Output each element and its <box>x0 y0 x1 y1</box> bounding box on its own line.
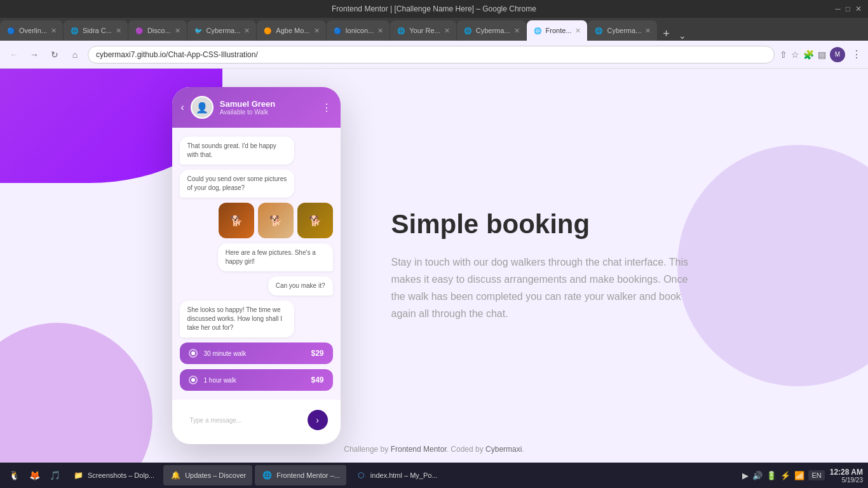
new-tab-button[interactable]: + <box>658 27 675 41</box>
minimize-icon[interactable]: ─ <box>835 4 841 13</box>
tab-close-cyberma2[interactable]: ✕ <box>514 27 520 35</box>
play-icon[interactable]: ▶ <box>742 471 749 480</box>
message-received-3: She looks so happy! The time we discusse… <box>180 301 295 337</box>
tab-label-ionicon: Ionicon... <box>346 27 374 34</box>
taskbar-frontend-label: Frontend Mentor –... <box>276 471 340 479</box>
phone-header: ‹ 👤 Samuel Green Available to Walk ⋮ <box>172 87 341 128</box>
dog-emoji-2: 🐕 <box>269 215 282 227</box>
bluetooth-icon[interactable]: ⚡ <box>780 471 790 480</box>
walk-radio-dot-1hr <box>191 378 195 382</box>
forward-button[interactable]: → <box>27 47 42 62</box>
options-icon[interactable]: ⋮ <box>322 102 332 114</box>
user-status: Available to Walk <box>220 109 315 116</box>
tab-close-cyberma1[interactable]: ✕ <box>244 27 250 35</box>
phone-mockup: ‹ 👤 Samuel Green Available to Walk ⋮ Tha… <box>172 87 341 444</box>
extensions-icon[interactable]: 🧩 <box>803 50 814 60</box>
tab-ionicon[interactable]: 🔵 Ionicon... ✕ <box>327 20 390 41</box>
message-received-1: That sounds great. I'd be happy with tha… <box>180 137 295 165</box>
tab-more-button[interactable]: ⌄ <box>675 30 690 41</box>
message-placeholder[interactable]: Type a message... <box>190 417 302 424</box>
tab-favicon-agbe: 🟠 <box>263 26 272 35</box>
maximize-icon[interactable]: □ <box>846 4 850 13</box>
speaker-icon[interactable]: 🔊 <box>752 471 763 480</box>
walk-option-30min[interactable]: 30 minute walk $29 <box>180 342 333 364</box>
tab-close-ionicon[interactable]: ✕ <box>377 27 383 35</box>
tab-cyberma3[interactable]: 🌐 Cyberma... ✕ <box>588 20 657 41</box>
taskbar-start-icon[interactable]: 🐧 <box>5 466 23 484</box>
tab-label-yourre: Your Re... <box>409 27 440 34</box>
sidebar-icon[interactable]: ▤ <box>818 50 826 60</box>
tab-agbe[interactable]: 🟠 Agbe Mo... ✕ <box>257 20 325 41</box>
tab-label-frontend: Fronte... <box>546 27 572 34</box>
walk-label-30min: 30 minute walk <box>204 350 305 357</box>
walk-option-1hr[interactable]: 1 hour walk $49 <box>180 369 333 391</box>
taskbar-app-screenshots[interactable]: 📁 Screenshots – Dolp... <box>66 465 161 485</box>
tab-favicon-overlini: 🔵 <box>6 26 15 35</box>
tab-favicon-disco: 🟣 <box>135 26 144 35</box>
tab-disco[interactable]: 🟣 Disco... ✕ <box>128 20 187 41</box>
message-input-area: Type a message... › <box>180 405 333 435</box>
dog-images-container: 🐕 🐕 🐕 <box>219 203 333 238</box>
tab-close-sidra[interactable]: ✕ <box>116 27 121 35</box>
back-chevron-icon[interactable]: ‹ <box>181 102 184 113</box>
footer-link-fm[interactable]: Frontend Mentor <box>391 445 447 454</box>
footer-link-cybermaxi[interactable]: Cybermaxi <box>485 445 522 454</box>
profile-avatar[interactable]: M <box>830 47 845 62</box>
tab-sidra[interactable]: 🌐 Sidra C... ✕ <box>64 20 128 41</box>
menu-icon[interactable]: ⋮ <box>851 48 862 60</box>
walk-radio-30min <box>189 349 198 358</box>
tab-label-cyberma1: Cyberma... <box>207 27 241 34</box>
user-name: Samuel Green <box>220 99 315 109</box>
back-button[interactable]: ← <box>6 47 22 62</box>
chat-area: That sounds great. I'd be happy with tha… <box>172 128 341 400</box>
close-icon[interactable]: ✕ <box>855 4 862 13</box>
message-sent-1: Here are a few pictures. She's a happy g… <box>218 243 333 271</box>
tab-yourre[interactable]: 🌐 Your Re... ✕ <box>390 20 456 41</box>
footer-suffix: . <box>522 445 524 454</box>
tab-cyberma1[interactable]: 🐦 Cyberma... ✕ <box>187 20 257 41</box>
tab-overlini[interactable]: 🔵 Overlin... ✕ <box>0 20 63 41</box>
right-content: Simple booking Stay in touch with our do… <box>391 208 696 322</box>
taskbar-app-code[interactable]: ⬡ index.html – My_Po... <box>349 465 444 485</box>
taskbar-clock: 12:28 AM <box>830 468 863 477</box>
taskbar-app-frontend[interactable]: 🌐 Frontend Mentor –... <box>255 465 346 485</box>
home-button[interactable]: ⌂ <box>67 47 83 62</box>
address-input[interactable]: cybermaxi7.github.io/Chat-App-CSS-Illust… <box>88 46 775 64</box>
send-button[interactable]: › <box>308 410 328 430</box>
battery-icon[interactable]: 🔋 <box>766 471 776 480</box>
address-icons: ⇧ ☆ 🧩 ▤ M ⋮ <box>780 47 862 62</box>
user-info: Samuel Green Available to Walk <box>220 99 315 116</box>
tab-close-disco[interactable]: ✕ <box>175 27 180 35</box>
tab-close-agbe[interactable]: ✕ <box>314 27 320 35</box>
tab-label-sidra: Sidra C... <box>83 27 112 34</box>
language-badge[interactable]: EN <box>808 470 824 480</box>
dog-image-1: 🐕 <box>219 203 254 238</box>
taskbar-time: 12:28 AM 5/19/23 <box>830 468 863 484</box>
url-display: cybermaxi7.github.io/Chat-App-CSS-Illust… <box>96 50 258 59</box>
tab-favicon-cyberma1: 🐦 <box>194 26 203 35</box>
message-text-5: She looks so happy! The time we discusse… <box>187 306 283 331</box>
walk-price-30min: $29 <box>311 349 323 358</box>
tab-close-cyberma3[interactable]: ✕ <box>645 27 651 35</box>
tab-close-yourre[interactable]: ✕ <box>444 27 450 35</box>
share-icon[interactable]: ⇧ <box>780 50 787 60</box>
taskbar-right: ▶ 🔊 🔋 ⚡ 📶 EN 12:28 AM 5/19/23 <box>742 468 863 484</box>
tab-frontend[interactable]: 🌐 Fronte... ✕ <box>527 20 588 41</box>
dog-emoji-1: 🐕 <box>230 215 243 227</box>
tab-cyberma2[interactable]: 🌐 Cyberma... ✕ <box>457 20 526 41</box>
reload-button[interactable]: ↻ <box>47 47 62 62</box>
tab-favicon-ionicon: 🔵 <box>333 26 342 35</box>
bookmark-icon[interactable]: ☆ <box>791 50 799 60</box>
taskbar-firefox-icon[interactable]: 🦊 <box>25 466 43 484</box>
tab-close-overlini[interactable]: ✕ <box>51 27 57 35</box>
address-bar: ← → ↻ ⌂ cybermaxi7.github.io/Chat-App-CS… <box>0 41 868 69</box>
wifi-icon[interactable]: 📶 <box>794 471 804 480</box>
taskbar-updates-label: Updates – Discover <box>185 471 246 479</box>
profile-initial: M <box>835 51 840 58</box>
message-text-4: Can you make it? <box>276 282 325 289</box>
taskbar-app-updates[interactable]: 🔔 Updates – Discover <box>163 465 252 485</box>
taskbar-music-icon[interactable]: 🎵 <box>46 466 64 484</box>
taskbar-frontend-icon: 🌐 <box>261 470 273 481</box>
tab-close-frontend[interactable]: ✕ <box>575 27 581 35</box>
footer-middle: . Coded by <box>447 445 485 454</box>
